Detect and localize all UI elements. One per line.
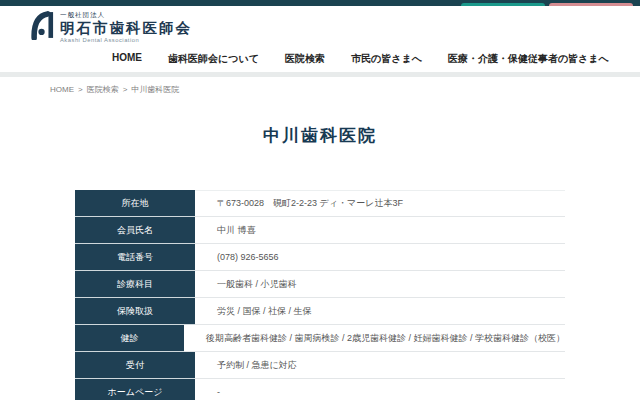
table-row-insurance: 保険取扱 労災 / 国保 / 社保 / 生保: [75, 298, 565, 325]
row-label: 健診: [75, 325, 184, 352]
row-label: 電話番号: [75, 244, 195, 271]
header-divider: [0, 72, 640, 77]
nav-item-clinic-search[interactable]: 医院検索: [285, 52, 325, 66]
table-row-reception: 受付 予約制 / 急患に対応: [75, 352, 565, 379]
breadcrumb-separator: >: [78, 85, 83, 94]
logo-corp-type: 一般社団法人: [60, 11, 192, 20]
page-title: 中川歯科医院: [0, 124, 640, 147]
page: 会員専用ページ 入会のご案内 一般社団法人 明石市歯科医師会 Akashi De…: [0, 0, 640, 400]
breadcrumb-clinic-search[interactable]: 医院検索: [87, 84, 119, 95]
row-value: 労災 / 国保 / 社保 / 生保: [195, 298, 565, 325]
row-label: 受付: [75, 352, 195, 379]
row-value: (078) 926-5656: [195, 244, 565, 271]
row-value: 〒673-0028 硯町2-2-23 ディ・マーレ辻本3F: [195, 190, 565, 217]
logo-site-name: 明石市歯科医師会: [60, 20, 192, 37]
row-value: 予約制 / 急患に対応: [195, 352, 565, 379]
row-value: -: [195, 379, 565, 400]
nav-item-home[interactable]: HOME: [112, 52, 142, 66]
table-row-homepage: ホームページ -: [75, 379, 565, 400]
dental-association-logo-icon: [30, 10, 54, 44]
table-row-checkups: 健診 後期高齢者歯科健診 / 歯周病検診 / 2歳児歯科健診 / 妊婦歯科健診 …: [75, 325, 565, 352]
row-value: 後期高齢者歯科健診 / 歯周病検診 / 2歳児歯科健診 / 妊婦歯科健診 / 学…: [184, 325, 565, 352]
row-label: 診療科目: [75, 271, 195, 298]
table-row-address: 所在地 〒673-0028 硯町2-2-23 ディ・マーレ辻本3F: [75, 190, 565, 217]
logo-site-name-en: Akashi Dental Association: [60, 37, 192, 43]
clinic-info-table: 所在地 〒673-0028 硯町2-2-23 ディ・マーレ辻本3F 会員氏名 中…: [75, 190, 565, 400]
breadcrumb-current: 中川歯科医院: [131, 84, 179, 95]
table-row-phone: 電話番号 (078) 926-5656: [75, 244, 565, 271]
row-label: ホームページ: [75, 379, 195, 400]
table-row-departments: 診療科目 一般歯科 / 小児歯科: [75, 271, 565, 298]
breadcrumb-home[interactable]: HOME: [50, 85, 74, 94]
row-label: 所在地: [75, 190, 195, 217]
nav-item-about[interactable]: 歯科医師会について: [168, 52, 259, 66]
row-label: 保険取扱: [75, 298, 195, 325]
table-row-member-name: 会員氏名 中川 博喜: [75, 217, 565, 244]
row-value: 一般歯科 / 小児歯科: [195, 271, 565, 298]
logo-text: 一般社団法人 明石市歯科医師会 Akashi Dental Associatio…: [60, 11, 192, 43]
row-value: 中川 博喜: [195, 217, 565, 244]
row-label: 会員氏名: [75, 217, 195, 244]
site-header: 一般社団法人 明石市歯科医師会 Akashi Dental Associatio…: [0, 6, 640, 72]
nav-item-professionals[interactable]: 医療・介護・保健従事者の皆さまへ: [448, 52, 609, 66]
main-nav: HOME 歯科医師会について 医院検索 市民の皆さまへ 医療・介護・保健従事者の…: [112, 52, 609, 66]
nav-item-citizens[interactable]: 市民の皆さまへ: [351, 52, 422, 66]
breadcrumb-separator: >: [123, 85, 128, 94]
site-logo[interactable]: 一般社団法人 明石市歯科医師会 Akashi Dental Associatio…: [30, 10, 192, 44]
breadcrumb: HOME > 医院検索 > 中川歯科医院: [50, 84, 179, 95]
